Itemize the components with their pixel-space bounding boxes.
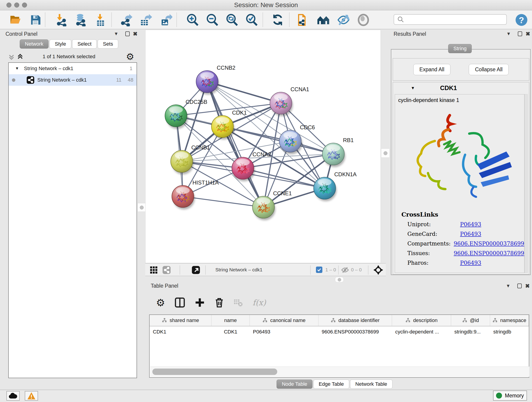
crosslink-value[interactable]: 9606.ENSP00000378699	[454, 250, 524, 256]
export-image-icon[interactable]	[159, 13, 172, 26]
network-node-CDC6[interactable]: CDC6	[279, 124, 315, 154]
crosslink-value[interactable]: P06493	[460, 231, 481, 237]
function-icon[interactable]: f(x)	[253, 298, 266, 307]
table-cell[interactable]: cyclin-dependent ...	[392, 326, 451, 337]
scrollbar-thumb[interactable]	[152, 369, 277, 375]
tab-node-table[interactable]: Node Table	[277, 380, 312, 389]
home-icon[interactable]	[317, 13, 330, 26]
selected-checkbox[interactable]	[316, 267, 322, 273]
close-panel-icon[interactable]: ✖	[526, 31, 530, 37]
zoom-in-icon[interactable]	[186, 13, 199, 26]
tab-select[interactable]: Select	[72, 39, 97, 49]
collapse-all-button[interactable]: Collapse All	[469, 64, 509, 75]
clear-table-icon[interactable]	[234, 298, 243, 307]
network-file-icon[interactable]	[297, 13, 309, 26]
network-row-selected[interactable]: String Network – cdk1 11 48	[9, 74, 137, 86]
table-cell[interactable]: CDK1	[211, 326, 250, 337]
zoom-selected-icon[interactable]	[245, 13, 258, 26]
table-cell[interactable]: stringdb	[490, 326, 529, 337]
network-edge[interactable]	[207, 82, 264, 207]
import-network-database-icon[interactable]	[74, 13, 87, 26]
tab-network-table[interactable]: Network Table	[350, 380, 393, 389]
crosslink-value[interactable]: P06493	[460, 221, 481, 228]
zoom-fit-icon[interactable]	[225, 13, 238, 26]
refresh-icon[interactable]	[271, 13, 284, 26]
table-row[interactable]: CDK1CDK1P064939606.ENSP00000378699cyclin…	[150, 326, 529, 337]
close-panel-icon[interactable]: ✖	[525, 283, 530, 289]
horizontal-splitter-handle[interactable]	[335, 277, 344, 282]
network-node-CCNA1[interactable]: CCNA1	[270, 86, 309, 116]
move-crosshair-icon[interactable]	[374, 265, 383, 275]
maximize-panel-icon[interactable]	[517, 283, 522, 288]
crosslink-value[interactable]: P06493	[460, 260, 481, 266]
close-panel-icon[interactable]: ✖	[133, 31, 138, 37]
settings-icon[interactable]: ⚙	[156, 297, 165, 308]
float-panel-icon[interactable]: ▼	[114, 31, 119, 36]
vertical-scrollbar[interactable]	[525, 94, 528, 273]
table-cell[interactable]: stringdb:9...	[451, 326, 490, 337]
table-cell[interactable]: CDK1	[150, 326, 211, 337]
tab-string[interactable]: String	[448, 44, 472, 53]
cloud-icon[interactable]	[6, 391, 20, 401]
import-network-file-icon[interactable]	[55, 13, 68, 26]
network-node-RB1[interactable]: RB1	[322, 137, 354, 167]
save-session-icon[interactable]	[29, 13, 42, 26]
column-header-canonical-name[interactable]: canonical name	[250, 315, 318, 326]
float-panel-icon[interactable]: ▼	[506, 31, 511, 36]
left-splitter-handle[interactable]	[138, 203, 146, 212]
export-network-icon[interactable]	[120, 13, 133, 26]
column-header-name[interactable]: name	[211, 315, 250, 326]
network-edge[interactable]	[222, 127, 333, 154]
tab-style[interactable]: Style	[50, 39, 71, 49]
tab-network[interactable]: Network	[20, 39, 49, 49]
network-node-CDK1[interactable]: CDK1	[211, 109, 247, 140]
help-icon[interactable]: ?	[515, 13, 528, 26]
add-icon[interactable]	[195, 298, 205, 307]
network-collection-row[interactable]: ▼ String Network – cdk1 1	[9, 63, 137, 74]
grid-icon[interactable]	[150, 266, 158, 274]
gene-card: ▼ CDK1 cyclin-dependent kinase 1	[393, 82, 529, 274]
column-header-namespace[interactable]: namespace	[490, 315, 529, 326]
crosslink-value[interactable]: 9606.ENSP00000378699	[454, 240, 524, 247]
string-share-icon[interactable]	[162, 266, 171, 274]
collapse-triangle-icon[interactable]: ▼	[15, 66, 19, 71]
float-panel-icon[interactable]: ▼	[506, 283, 510, 288]
gear-icon[interactable]: ⚙	[126, 51, 134, 62]
column-header-shared-name[interactable]: shared name	[150, 315, 211, 326]
string-network-icon	[26, 76, 35, 84]
maximize-panel-icon[interactable]	[518, 32, 522, 36]
horizontal-scrollbar[interactable]	[150, 366, 529, 377]
hide-graphics-icon[interactable]	[337, 13, 350, 26]
table-cell[interactable]: P06493	[250, 326, 318, 337]
zoom-out-icon[interactable]	[206, 13, 219, 26]
expand-all-button[interactable]: Expand All	[413, 64, 451, 75]
column-header-description[interactable]: description	[392, 315, 451, 326]
open-session-icon[interactable]	[9, 13, 22, 26]
hidden-eye-icon[interactable]	[341, 266, 349, 274]
columns-icon[interactable]	[175, 297, 185, 308]
network-node-CDC25B[interactable]: CDC25B	[165, 99, 207, 129]
column-header-database-identifier[interactable]: database identifier	[318, 315, 392, 326]
network-node-HIST1H1A[interactable]: HIST1H1A	[172, 179, 219, 210]
right-splitter-handle[interactable]	[381, 148, 390, 158]
tab-edge-table[interactable]: Edge Table	[313, 380, 349, 389]
network-view-canvas[interactable]: CCNB2CCNA1CDC25BCDK1CDC6RB1CCNB1CCNA2CDK…	[145, 30, 381, 263]
open-in-window-icon[interactable]	[191, 266, 200, 274]
network-node-CDKN1A[interactable]: CDKN1A	[314, 171, 356, 201]
search-field[interactable]	[394, 14, 507, 25]
warning-icon[interactable]	[25, 391, 38, 401]
eye-icon[interactable]	[357, 13, 370, 26]
import-table-file-icon[interactable]	[94, 13, 107, 26]
maximize-panel-icon[interactable]	[125, 32, 130, 36]
export-table-icon[interactable]	[139, 13, 152, 26]
delete-icon[interactable]	[215, 297, 224, 308]
network-node-CCNB2[interactable]: CCNB2	[196, 65, 235, 95]
table-cell[interactable]: 9606.ENSP00000378699	[318, 326, 392, 337]
tab-sets[interactable]: Sets	[98, 39, 118, 49]
memory-button[interactable]: Memory	[493, 390, 527, 401]
gene-card-header[interactable]: ▼ CDK1	[393, 82, 529, 94]
column-header-@id[interactable]: @id	[451, 315, 490, 326]
collapse-triangle-icon[interactable]: ▼	[411, 86, 415, 90]
network-edge[interactable]	[183, 196, 264, 207]
search-input[interactable]	[406, 16, 506, 23]
